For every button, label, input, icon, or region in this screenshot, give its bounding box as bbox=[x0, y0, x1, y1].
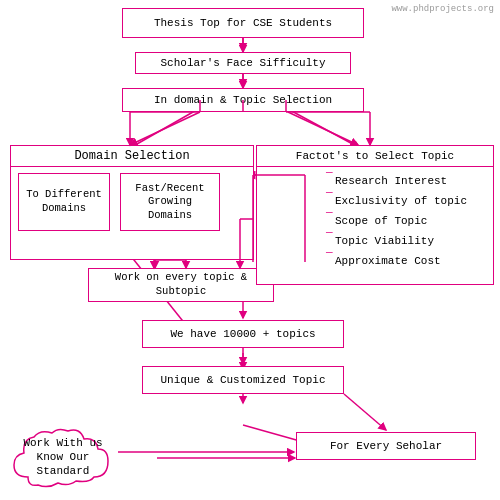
svg-line-25 bbox=[130, 112, 200, 145]
domain-selection-label: Domain Selection bbox=[10, 145, 254, 167]
svg-line-3 bbox=[286, 108, 360, 148]
scope-item: Scope of Topic bbox=[335, 211, 467, 231]
factor-items: Research Interest Exclusivity of topic S… bbox=[335, 171, 467, 271]
box-for-every: For Every Seholar bbox=[296, 432, 476, 460]
box-fast-growing: Fast/RecentGrowingDomains bbox=[120, 173, 220, 231]
cost-item: Approximate Cost bbox=[335, 251, 467, 271]
cloud-text: Work With usKnow Our Standard bbox=[8, 425, 118, 489]
viability-item: Topic Viability bbox=[335, 231, 467, 251]
svg-line-29 bbox=[344, 394, 386, 430]
svg-line-26 bbox=[288, 112, 358, 145]
box-thesis: Thesis Top for CSE Students bbox=[122, 8, 364, 38]
exclusivity-item: Exclusivity of topic bbox=[335, 191, 467, 211]
factors-label: Factot's to Select Topic bbox=[256, 145, 494, 167]
box-domain-topic: In domain & Topic Selection bbox=[122, 88, 364, 112]
box-unique: Unique & Customized Topic bbox=[142, 366, 344, 394]
box-different-domains: To DifferentDomains bbox=[18, 173, 110, 231]
svg-line-2 bbox=[130, 108, 200, 148]
diagram: www.phdprojects.org bbox=[0, 0, 500, 500]
box-scholar: Scholar's Face Sifficulty bbox=[135, 52, 351, 74]
box-topics: We have 10000 + topics bbox=[142, 320, 344, 348]
watermark: www.phdprojects.org bbox=[391, 4, 494, 14]
box-work-every: Work on every topic & Subtopic bbox=[88, 268, 274, 302]
research-item: Research Interest bbox=[335, 171, 467, 191]
